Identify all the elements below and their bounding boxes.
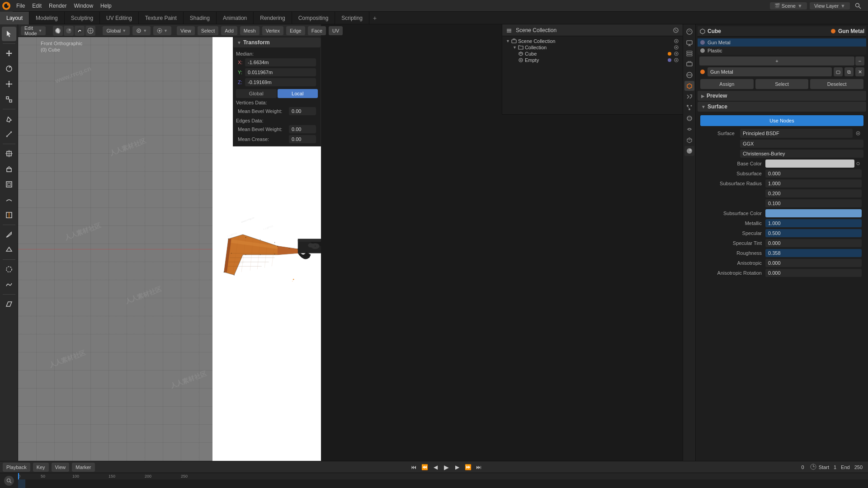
select-btn[interactable]: Select bbox=[755, 79, 809, 89]
proportional-editing[interactable]: ▼ bbox=[153, 26, 171, 35]
tab-rendering[interactable]: Rendering bbox=[254, 12, 292, 24]
tool-move[interactable] bbox=[2, 46, 16, 61]
next-keyframe-btn[interactable]: ▶ bbox=[452, 462, 462, 472]
mean-crease-value[interactable]: 0.00 bbox=[289, 135, 316, 143]
anisotropic-value[interactable]: 0.000 bbox=[765, 259, 862, 267]
constraint-props-icon[interactable] bbox=[684, 124, 694, 134]
view-layer-selector[interactable]: View Layer ▼ bbox=[810, 2, 850, 9]
mean-bevel-weight-v-value[interactable]: 0.00 bbox=[289, 107, 316, 115]
use-nodes-btn[interactable]: Use Nodes bbox=[700, 115, 863, 126]
viewport-shading-material[interactable] bbox=[64, 26, 74, 36]
tool-rotate[interactable] bbox=[2, 61, 16, 76]
material-sphere-icon[interactable] bbox=[667, 51, 672, 56]
subsurface-radius-value[interactable]: 1.000 bbox=[765, 179, 862, 188]
tab-scripting[interactable]: Scripting bbox=[335, 12, 369, 24]
view-menu-timeline[interactable]: View bbox=[52, 463, 70, 472]
tool-bevel[interactable] bbox=[2, 192, 16, 207]
anisotropic-rotation-value[interactable]: 0.000 bbox=[765, 269, 862, 277]
z-value-field[interactable]: -0.19169m bbox=[245, 78, 316, 86]
visibility-icon-empty[interactable] bbox=[674, 57, 679, 63]
tool-smooth[interactable] bbox=[2, 277, 16, 292]
transform-section-header[interactable]: ▼ Transform bbox=[233, 38, 321, 47]
view-layer-props-icon[interactable] bbox=[684, 48, 694, 58]
base-color-node-link[interactable] bbox=[854, 160, 862, 168]
jump-end-btn[interactable]: ⏭ bbox=[474, 462, 484, 472]
mode-selector[interactable]: Edit Mode ▼ bbox=[21, 26, 46, 35]
subsurface-radius-g-value[interactable]: 0.200 bbox=[765, 189, 862, 197]
blender-logo[interactable] bbox=[0, 0, 13, 12]
menu-help[interactable]: Help bbox=[97, 0, 115, 12]
mat-slot-gun-metal[interactable]: Gun Metal bbox=[698, 38, 866, 47]
base-color-swatch[interactable] bbox=[765, 160, 854, 168]
preview-section-header[interactable]: ▶ Preview bbox=[698, 91, 866, 101]
mesh-menu-btn[interactable]: Mesh bbox=[240, 26, 259, 35]
viewport-shading-wireframe[interactable] bbox=[85, 26, 95, 36]
current-frame-input[interactable]: 0 bbox=[798, 464, 808, 471]
key-menu[interactable]: Key bbox=[33, 463, 49, 472]
viewport-shading-solid[interactable] bbox=[53, 26, 63, 36]
play-btn[interactable]: ▶ bbox=[441, 462, 451, 472]
tab-compositing[interactable]: Compositing bbox=[292, 12, 335, 24]
tab-sculpting[interactable]: Sculpting bbox=[65, 12, 100, 24]
tab-texture-paint[interactable]: Texture Paint bbox=[139, 12, 184, 24]
scene-item[interactable]: ▼ Scene Collection bbox=[504, 38, 681, 44]
select-menu-btn[interactable]: Select bbox=[198, 26, 219, 35]
remove-material-btn[interactable]: − bbox=[855, 56, 864, 66]
tool-poly-build[interactable] bbox=[2, 243, 16, 257]
menu-file[interactable]: File bbox=[13, 0, 28, 12]
tool-annotate[interactable] bbox=[2, 112, 16, 126]
tab-animation[interactable]: Animation bbox=[217, 12, 254, 24]
global-btn[interactable]: Global bbox=[236, 89, 277, 98]
world-props-icon[interactable] bbox=[684, 70, 694, 80]
timeline-zoom-btn[interactable] bbox=[4, 476, 14, 486]
tab-modeling[interactable]: Modeling bbox=[29, 12, 65, 24]
surface-type-value[interactable]: Principled BSDF bbox=[740, 129, 853, 138]
global-select[interactable]: Global ▼ bbox=[103, 26, 130, 35]
next-frame-btn[interactable]: ⏩ bbox=[463, 462, 473, 472]
timeline-ruler[interactable]: 0 50 100 150 200 250 bbox=[0, 473, 868, 488]
object-props-icon[interactable] bbox=[684, 81, 694, 91]
outliner-filter-icon[interactable] bbox=[673, 27, 679, 33]
cube-item[interactable]: Cube bbox=[504, 51, 681, 57]
vertex-menu-btn[interactable]: Vertex bbox=[262, 26, 283, 35]
edge-menu-btn[interactable]: Edge bbox=[286, 26, 305, 35]
ggx-selector[interactable]: GGX bbox=[740, 140, 863, 148]
delete-material-btn[interactable]: ✕ bbox=[855, 67, 864, 76]
prev-frame-btn[interactable]: ⏪ bbox=[420, 462, 429, 472]
tool-loop-cut[interactable] bbox=[2, 208, 16, 222]
surface-section-header[interactable]: ▼ Surface bbox=[698, 102, 866, 112]
visibility-icon-collection[interactable] bbox=[674, 45, 679, 50]
render-props-icon[interactable] bbox=[684, 27, 694, 37]
jump-start-btn[interactable]: ⏮ bbox=[409, 462, 419, 472]
tool-cursor[interactable] bbox=[2, 27, 16, 41]
menu-render[interactable]: Render bbox=[45, 0, 70, 12]
surface-link-icon[interactable] bbox=[854, 129, 862, 138]
browse-material-btn[interactable] bbox=[834, 67, 843, 76]
snap-toggle[interactable]: ▼ bbox=[132, 26, 151, 35]
end-frame-input[interactable]: 250 bbox=[852, 464, 865, 471]
tab-shading[interactable]: Shading bbox=[184, 12, 217, 24]
mean-bevel-weight-e-value[interactable]: 0.00 bbox=[289, 125, 316, 133]
metallic-value[interactable]: 1.000 bbox=[765, 219, 862, 227]
subsurface-value[interactable]: 0.000 bbox=[765, 169, 862, 178]
tool-inset[interactable] bbox=[2, 177, 16, 192]
search-button[interactable] bbox=[853, 0, 863, 11]
assign-btn[interactable]: Assign bbox=[700, 79, 754, 89]
modifier-props-icon[interactable] bbox=[684, 92, 694, 102]
physics-props-icon[interactable] bbox=[684, 113, 694, 123]
visibility-icon-cube[interactable] bbox=[674, 51, 679, 56]
x-value-field[interactable]: -1.6634m bbox=[245, 58, 316, 66]
particle-props-icon[interactable] bbox=[684, 103, 694, 113]
playback-menu[interactable]: Playback bbox=[3, 463, 30, 472]
tool-knife[interactable] bbox=[2, 227, 16, 242]
face-menu-btn[interactable]: Face bbox=[308, 26, 326, 35]
menu-window[interactable]: Window bbox=[70, 0, 97, 12]
tool-spin[interactable] bbox=[2, 262, 16, 277]
tool-shear[interactable] bbox=[2, 297, 16, 311]
timeline-track[interactable]: 0 50 100 150 200 250 bbox=[18, 473, 868, 488]
material-props-icon[interactable] bbox=[684, 146, 694, 156]
specular-value[interactable]: 0.500 bbox=[765, 229, 862, 237]
local-btn[interactable]: Local bbox=[278, 89, 318, 98]
view-menu-btn[interactable]: View bbox=[177, 26, 195, 35]
viewport-shading-rendered[interactable] bbox=[75, 26, 85, 36]
